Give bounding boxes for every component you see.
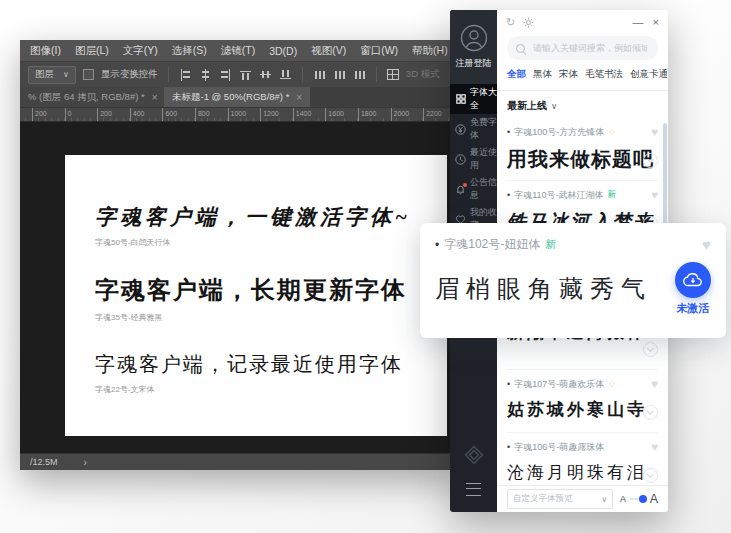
- 3d-mode-label: 3D 模式: [406, 68, 440, 81]
- sidebar-item-label: 最近使用: [470, 146, 497, 172]
- ruler-tick: 0: [65, 108, 98, 121]
- download-cloud-icon[interactable]: [643, 405, 658, 420]
- sidebar-item-free-fonts[interactable]: 免费字体: [450, 114, 497, 144]
- ruler-tick: 1000: [228, 108, 261, 121]
- free-icon: [455, 124, 466, 135]
- document-canvas[interactable]: 字魂客户端，一键激活字体~ 字魂50号-白鸽天行体 字魂客户端，长期更新字体 字…: [65, 155, 447, 436]
- search-input[interactable]: [531, 42, 649, 54]
- font-sample-caption: 字魂35号-经典雅黑: [95, 312, 447, 323]
- status-bar: /12.5M ›: [20, 453, 456, 470]
- canvas-area[interactable]: 字魂客户端，一键激活字体~ 字魂50号-白鸽天行体 字魂客户端，长期更新字体 字…: [20, 122, 456, 453]
- vip-icon: ♢: [608, 127, 616, 137]
- bullet-icon: •: [507, 379, 510, 389]
- menu-image[interactable]: 图像(I): [30, 44, 61, 58]
- favorite-heart-icon[interactable]: ♥: [702, 236, 711, 253]
- ruler-tick: 2000: [391, 108, 424, 121]
- align-right-icon[interactable]: [219, 69, 232, 81]
- favorite-heart-icon[interactable]: ♥: [651, 377, 658, 391]
- tab-songti[interactable]: 宋体: [559, 68, 578, 81]
- tab-brush[interactable]: 毛笔书法: [585, 68, 623, 81]
- vip-icon: ♢: [608, 379, 616, 389]
- auto-align-icon[interactable]: [387, 69, 399, 80]
- menu-window[interactable]: 窗口(W): [360, 44, 398, 58]
- menu-filter[interactable]: 滤镜(T): [221, 44, 255, 58]
- tab-label: % (图层 64 拷贝, RGB/8#) *: [28, 91, 145, 104]
- sidebar-item-font-library[interactable]: 字体大全: [450, 84, 497, 114]
- font-name: 字魂100号-方方先锋体: [514, 126, 604, 139]
- account-area[interactable]: 注册登陆: [450, 10, 497, 84]
- menu-3d[interactable]: 3D(D): [269, 45, 297, 57]
- activate-cloud-button[interactable]: [675, 262, 711, 298]
- sidebar-bottom: [450, 445, 497, 512]
- popup-body: 眉梢眼角藏秀气 未激活: [435, 262, 711, 316]
- font-name: 字魂107号-萌趣欢乐体: [514, 378, 604, 391]
- favorite-heart-icon[interactable]: ♥: [651, 188, 658, 202]
- ruler-tick: 1600: [325, 108, 358, 121]
- menu-type[interactable]: 文字(Y): [123, 44, 158, 58]
- distribute-center-icon[interactable]: [333, 69, 346, 81]
- show-transform-checkbox[interactable]: [83, 69, 94, 80]
- sidebar-item-announcements[interactable]: 公告信息: [450, 174, 497, 204]
- tab-cartoon[interactable]: 创意卡通: [630, 68, 668, 81]
- download-cloud-icon[interactable]: [643, 153, 658, 168]
- menu-view[interactable]: 视图(V): [311, 44, 346, 58]
- font-list-item[interactable]: • 字魂100号-方方先锋体 ♢ ♥ 用我来做标题吧: [507, 118, 658, 181]
- popup-preview-text: 眉梢眼角藏秀气: [435, 273, 675, 305]
- menu-select[interactable]: 选择(S): [172, 44, 207, 58]
- align-middle-icon[interactable]: [259, 69, 272, 81]
- clock-icon: [455, 154, 466, 165]
- document-tab-background[interactable]: % (图层 64 拷贝, RGB/8#) * ×: [20, 87, 164, 107]
- align-center-icon[interactable]: [199, 69, 212, 81]
- download-cloud-icon[interactable]: [643, 342, 658, 357]
- font-name: 字魂106号-萌趣露珠体: [514, 441, 604, 454]
- close-icon[interactable]: ×: [296, 92, 302, 103]
- font-list-item[interactable]: • 字魂106号-萌趣露珠体 ♥ 沧海月明珠有泪: [507, 433, 658, 485]
- layer-mode-select[interactable]: 图层 ∨: [28, 66, 76, 84]
- horizontal-ruler: 200 0 200 400 600 800 1000 1200 1400 160…: [20, 107, 456, 122]
- ruler-tick: 1800: [358, 108, 391, 121]
- font-preview-text: 姑苏城外寒山寺: [507, 398, 658, 421]
- sidebar-item-recent[interactable]: 最近使用: [450, 144, 497, 174]
- font-sample-caption: 字魂50号-白鸽天行体: [95, 237, 447, 248]
- font-list-item[interactable]: • 字魂107号-萌趣欢乐体 ♢ ♥ 姑苏城外寒山寺: [507, 370, 658, 433]
- status-chevron-icon[interactable]: ›: [84, 457, 87, 468]
- search-box[interactable]: [507, 36, 658, 60]
- not-activated-label: 未激活: [677, 301, 710, 316]
- close-button[interactable]: ×: [653, 16, 659, 28]
- favorite-heart-icon[interactable]: ♥: [651, 125, 658, 139]
- favorite-heart-icon[interactable]: ♥: [651, 440, 658, 454]
- menu-bar: 图像(I) 图层(L) 文字(Y) 选择(S) 滤镜(T) 3D(D) 视图(V…: [20, 40, 456, 61]
- close-icon[interactable]: ×: [152, 92, 158, 103]
- refresh-icon[interactable]: ↻: [506, 17, 515, 28]
- minimize-button[interactable]: —: [633, 16, 644, 28]
- custom-preview-select[interactable]: 自定义字体预览 ∨: [507, 489, 613, 509]
- align-top-icon[interactable]: [239, 69, 252, 81]
- ruler-tick: 400: [130, 108, 163, 121]
- font-size-slider[interactable]: [630, 498, 646, 500]
- menu-help[interactable]: 帮助(H): [412, 44, 448, 58]
- category-tabs: 全部 黑体 宋体 毛笔书法 创意卡通 English ▾: [497, 68, 668, 91]
- sidebar-item-label: 免费字体: [470, 116, 497, 142]
- menu-hamburger-icon[interactable]: [466, 483, 481, 496]
- menu-layer[interactable]: 图层(L): [75, 44, 109, 58]
- chevron-down-icon: ∨: [551, 101, 557, 111]
- screenshot-stage: 图像(I) 图层(L) 文字(Y) 选择(S) 滤镜(T) 3D(D) 视图(V…: [0, 0, 731, 533]
- download-cloud-icon[interactable]: [643, 468, 658, 483]
- slider-knob[interactable]: [639, 495, 647, 503]
- scrollbar[interactable]: [663, 123, 667, 225]
- align-bottom-icon[interactable]: [279, 69, 292, 81]
- tab-all[interactable]: 全部: [507, 68, 526, 81]
- login-register-link[interactable]: 注册登陆: [456, 57, 492, 70]
- sort-header[interactable]: 最新上线 ∨: [497, 91, 668, 118]
- divider: [302, 67, 303, 82]
- chevron-down-icon: ∨: [601, 495, 607, 504]
- distribute-vertical-icon[interactable]: [353, 69, 366, 81]
- tab-heiti[interactable]: 黑体: [533, 68, 552, 81]
- gear-icon[interactable]: [523, 17, 534, 28]
- font-sample-text: 字魂客户端，记录最近使用字体: [65, 351, 447, 378]
- document-tab-active[interactable]: 未标题-1 @ 50%(RGB/8#) * ×: [164, 87, 310, 107]
- font-preview-text: 用我来做标题吧: [507, 146, 658, 173]
- size-big-label: A: [650, 492, 658, 506]
- distribute-horizontal-icon[interactable]: [313, 69, 326, 81]
- align-left-icon[interactable]: [179, 69, 192, 81]
